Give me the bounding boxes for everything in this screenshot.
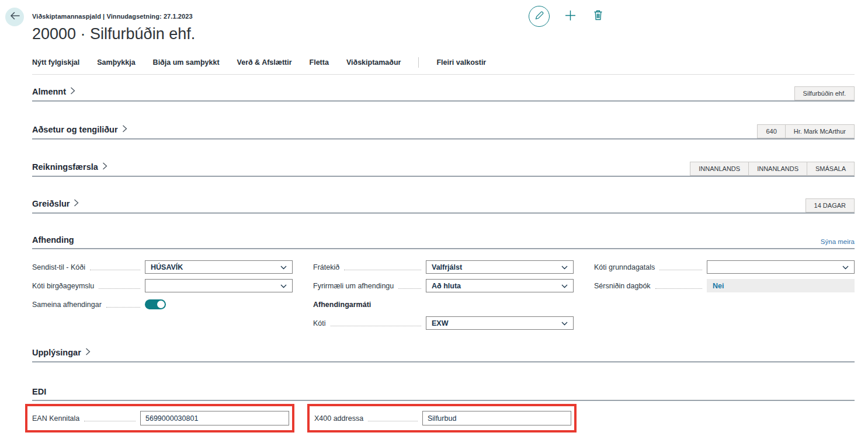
menu-item-fleiri-valkostir[interactable]: Fleiri valkostir — [436, 58, 486, 67]
section-label-greidslur: Greiðslur — [32, 199, 70, 208]
menu-item-fletta[interactable]: Fletta — [310, 58, 329, 67]
afhendingarmati-subheading: Afhendingarmáti — [313, 298, 574, 311]
field-sersnidin-dagbok: Sérsniðin dagbók Nei — [594, 279, 855, 292]
summary-tile-customer-group[interactable]: SMÁSALA — [807, 162, 855, 176]
section-header-adsetur-og-tengilidur[interactable]: Aðsetur og tengiliður 640 Hr. Mark McArt… — [32, 124, 855, 139]
section-header-edi[interactable]: EDI — [32, 387, 855, 401]
summary-tile-vat-bus-group[interactable]: INNANLANDS — [748, 162, 807, 176]
menu-item-bidja-um-samthykkt[interactable]: Biðja um samþykkt — [153, 58, 220, 67]
dotted-leader — [344, 264, 421, 270]
section-header-upplysingar[interactable]: Upplýsingar — [32, 347, 855, 362]
field-label: EAN Kennitala — [32, 414, 79, 423]
field-sameina-afhendingar: Sameina afhendingar — [32, 298, 293, 311]
card-toolbar — [529, 6, 606, 27]
section-label-afhending: Afhending — [32, 235, 74, 245]
field-sendist-til-kodi: Sendist-til - Kóði HÚSAVÍK — [32, 260, 293, 274]
edit-button[interactable] — [529, 6, 550, 27]
highlight-box-ean-kennitala: EAN Kennitala — [25, 404, 294, 432]
sendist-til-kodi-dropdown[interactable]: HÚSAVÍK — [145, 260, 293, 274]
section-label-almennt: Almennt — [32, 87, 66, 96]
field-label: Kóti birgðageymslu — [32, 282, 94, 290]
field-label: Sendist-til - Kóði — [32, 263, 85, 271]
edi-fields: EAN Kennitala X400 addressa — [25, 404, 855, 432]
menu-separator — [418, 57, 419, 68]
ean-kennitala-input[interactable] — [140, 411, 289, 425]
koti-birgdageymslu-dropdown[interactable] — [145, 279, 293, 292]
dotted-leader — [655, 283, 702, 289]
sersnidin-dagbok-value: Nei — [707, 279, 855, 292]
field-label: Kóti — [313, 319, 326, 327]
new-button[interactable] — [563, 6, 578, 27]
chevron-right-icon — [70, 86, 75, 97]
afhending-fields: Sendist-til - Kóði HÚSAVÍK Kóti birgðage… — [32, 260, 855, 330]
dotted-leader — [398, 283, 421, 289]
chevron-down-icon — [561, 282, 568, 290]
field-koti: Kóti EXW — [313, 316, 574, 330]
section-label-reikningsfaersla: Reikningsfærsla — [32, 162, 98, 172]
dotted-leader — [106, 302, 140, 308]
menu-item-verd-afslaettir[interactable]: Verð & Afslættir — [237, 58, 292, 67]
chevron-right-icon — [122, 124, 127, 135]
field-label: Sameina afhendingar — [32, 301, 102, 309]
section-label-upplysingar: Upplýsingar — [32, 348, 81, 357]
chevron-down-icon — [561, 263, 568, 271]
field-label: Sérsniðin dagbók — [594, 282, 651, 290]
action-menubar: Nýtt fylgiskjal Samþykkja Biðja um samþy… — [32, 57, 855, 75]
menu-item-samthykkja[interactable]: Samþykkja — [97, 58, 135, 67]
chevron-down-icon — [561, 319, 568, 327]
dropdown-value: HÚSAVÍK — [151, 263, 183, 271]
dotted-leader — [368, 416, 418, 421]
arrow-left-icon — [10, 12, 20, 22]
plus-icon — [565, 10, 576, 23]
section-header-reikningsfaersla[interactable]: Reikningsfærsla INNANLANDS INNANLANDS SM… — [32, 162, 855, 177]
dotted-leader — [90, 264, 140, 270]
summary-tile-gen-bus-group[interactable]: INNANLANDS — [690, 162, 749, 176]
dotted-leader — [659, 264, 702, 270]
menu-item-nytt-fylgiskjal[interactable]: Nýtt fylgiskjal — [32, 58, 79, 67]
dropdown-value: EXW — [432, 319, 448, 327]
dropdown-value: Að hluta — [432, 282, 461, 290]
field-fyrirmaeli-um-afhendingu: Fyrirmæli um afhendingu Að hluta — [313, 279, 574, 292]
highlight-box-x400-addressa: X400 addressa — [307, 404, 577, 432]
summary-tile-payment-terms[interactable]: 14 DAGAR — [805, 198, 855, 212]
customer-card-page: Viðskiptamannaspjald | Vinnudagsetning: … — [0, 0, 868, 443]
chevron-right-icon — [85, 347, 91, 358]
field-koti-grunndagatals: Kóti grunndagatals — [594, 260, 855, 274]
field-label: Frátekið — [313, 263, 339, 271]
chevron-down-icon — [842, 263, 849, 271]
toggle-knob — [157, 301, 165, 308]
chevron-down-icon — [280, 282, 287, 290]
fratekid-dropdown[interactable]: Valfrjálst — [426, 260, 574, 274]
summary-tile-contact[interactable]: Hr. Mark McArthur — [785, 124, 855, 138]
page-title: 20000 · Silfurbúðin ehf. — [32, 25, 855, 43]
summary-tile-postcode[interactable]: 640 — [757, 124, 785, 138]
delete-button[interactable] — [591, 6, 606, 27]
section-header-almennt[interactable]: Almennt Silfurbúðin ehf. — [32, 86, 855, 102]
breadcrumb: Viðskiptamannaspjald | Vinnudagsetning: … — [32, 0, 855, 20]
dotted-leader — [331, 320, 421, 326]
chevron-right-icon — [102, 162, 107, 172]
section-header-afhending[interactable]: Afhending Sýna meira — [32, 235, 855, 249]
show-more-link[interactable]: Sýna meira — [821, 238, 855, 248]
sameina-afhendingar-toggle[interactable] — [145, 299, 166, 309]
chevron-down-icon — [280, 263, 287, 271]
section-label-edi: EDI — [32, 387, 46, 396]
section-label-adsetur: Aðsetur og tengiliður — [32, 125, 118, 134]
trash-icon — [593, 10, 603, 23]
section-header-greidslur[interactable]: Greiðslur 14 DAGAR — [32, 198, 855, 214]
dotted-leader — [99, 283, 140, 289]
back-button[interactable] — [5, 8, 24, 26]
summary-tile-name[interactable]: Silfurbúðin ehf. — [794, 86, 855, 100]
x400-addressa-input[interactable] — [422, 411, 571, 425]
menu-item-vidskiptamadur[interactable]: Viðskiptamaður — [346, 58, 401, 67]
dropdown-value: Valfrjálst — [432, 263, 462, 271]
field-label: X400 addressa — [314, 414, 363, 423]
koti-dropdown[interactable]: EXW — [426, 316, 574, 330]
koti-grunndagatals-dropdown[interactable] — [707, 260, 855, 274]
chevron-right-icon — [74, 198, 79, 209]
field-fratekid: Frátekið Valfrjálst — [313, 260, 574, 274]
fyrirmaeli-um-afhendingu-dropdown[interactable]: Að hluta — [426, 279, 574, 292]
field-label: Fyrirmæli um afhendingu — [313, 282, 394, 290]
pencil-icon — [534, 11, 544, 23]
field-label: Kóti grunndagatals — [594, 263, 655, 271]
